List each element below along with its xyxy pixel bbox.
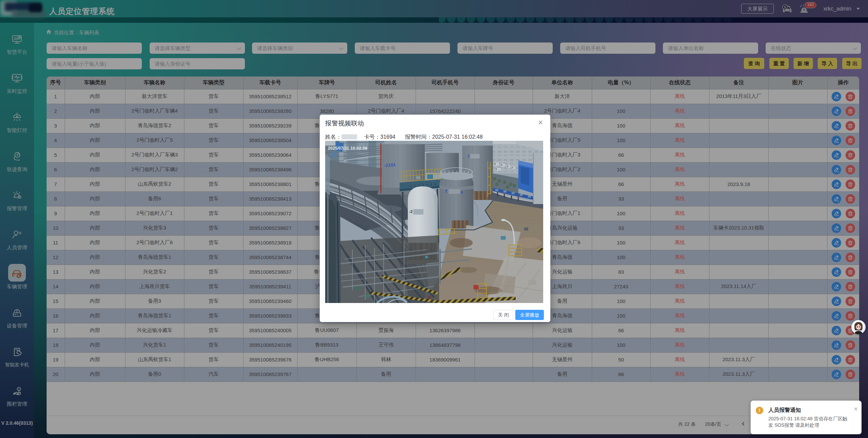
svg-text:2025/07/31 16:02:58: 2025/07/31 16:02:58 xyxy=(328,146,367,151)
